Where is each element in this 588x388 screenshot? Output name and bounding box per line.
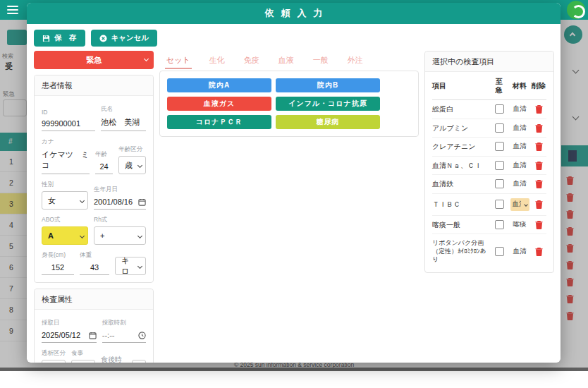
hamburger-icon[interactable]: [7, 6, 18, 14]
set-button[interactable]: コロナＰＣＲ: [167, 115, 271, 129]
patient-id-field[interactable]: ID 999900001: [42, 109, 95, 131]
postprandial-placeholder: 食後時間: [101, 351, 126, 363]
toolbar: 保 存 キャンセル: [27, 24, 561, 48]
patient-info-card: 患者情報 ID 999900001 氏名 池松 美湖: [34, 75, 154, 283]
urgency-select[interactable]: 緊急: [34, 51, 154, 69]
chevron-down-icon: [137, 264, 142, 269]
material-cell: 喀痰: [508, 220, 531, 229]
patient-age-field[interactable]: 年齢 24: [95, 150, 113, 174]
urgency-value: 緊急: [86, 55, 102, 66]
selected-item-row: 総蛋白血清: [432, 100, 546, 119]
weight-field[interactable]: 体重 43: [80, 251, 109, 275]
urgent-checkbox[interactable]: [495, 247, 504, 256]
selected-item-row: リポタンパク分画（定性）ｶｲﾛﾐｸﾛﾝあり血清: [432, 234, 546, 268]
field-label: 採取時刻: [102, 319, 146, 327]
select-value: 歳: [125, 160, 133, 171]
weight-unit-select[interactable]: キロ: [115, 257, 146, 275]
item-name: リポタンパク分画（定性）ｶｲﾛﾐｸﾛﾝあり: [432, 238, 490, 264]
urgent-checkbox[interactable]: [495, 142, 504, 151]
postprandial-field[interactable]: 食後時間: [101, 351, 126, 363]
set-button[interactable]: 院内B: [276, 78, 380, 92]
set-button-grid: 院内A院内B血液ガスインフル・コロナ抗原コロナＰＣＲ糖尿病: [167, 78, 411, 129]
abo-select[interactable]: A: [42, 226, 88, 245]
test-attributes-title: 検査属性: [35, 289, 153, 310]
field-label: 性別: [42, 181, 88, 189]
age-unit-select[interactable]: 歳: [118, 156, 146, 174]
sex-field: 性別 女: [42, 181, 88, 210]
cancel-button[interactable]: キャンセル: [91, 30, 158, 47]
field-value: イケマツ ミコ: [42, 148, 90, 174]
field-label: 体重: [80, 251, 109, 260]
clock-icon[interactable]: [138, 332, 146, 339]
tab-2[interactable]: 生化: [208, 55, 226, 69]
urgent-checkbox[interactable]: [495, 200, 504, 209]
column-remove: 削除: [531, 81, 546, 91]
sample-time-field[interactable]: 採取時刻 --:--: [102, 319, 146, 343]
trash-icon: [535, 161, 543, 170]
rh-select[interactable]: +: [94, 226, 146, 245]
delete-button[interactable]: [535, 247, 543, 256]
set-button[interactable]: 血液ガス: [167, 97, 271, 111]
urgent-checkbox[interactable]: [495, 104, 504, 114]
item-name: 血清Ｎａ、Ｃｌ: [432, 161, 490, 171]
patient-name-field[interactable]: 氏名 池松 美湖: [101, 105, 146, 131]
set-button[interactable]: 院内A: [167, 78, 271, 92]
tab-3[interactable]: 免疫: [243, 55, 261, 69]
field-value: 999900001: [42, 118, 95, 131]
urgent-checkbox[interactable]: [495, 123, 504, 133]
left-panel: 緊急 患者情報 ID 999900001 氏名 池松 美湖: [34, 51, 154, 363]
delete-button[interactable]: [535, 220, 543, 229]
delete-button[interactable]: [535, 104, 543, 114]
dialysis-select[interactable]: 指: [42, 360, 66, 363]
tab-6[interactable]: 外注: [346, 55, 365, 69]
calendar-icon[interactable]: [89, 332, 97, 339]
tab-5[interactable]: 一般: [312, 55, 330, 69]
selected-items-table: 項目 至急 材料 削除 総蛋白血清アルブミン血清クレアチニン血清血清Ｎａ、Ｃｌ血…: [425, 72, 553, 272]
selected-items-header: 項目 至急 材料 削除: [432, 72, 546, 100]
sample-date-field[interactable]: 採取日 2025/05/12: [42, 319, 97, 343]
set-button[interactable]: 糖尿病: [276, 115, 380, 129]
chevron-down-icon: [80, 234, 85, 238]
field-label: カナ: [42, 138, 90, 146]
field-value: 池松 美湖: [101, 116, 146, 131]
meal-select[interactable]: 指: [71, 360, 95, 363]
birth-date-field[interactable]: 生年月日 2001/08/16: [94, 186, 146, 210]
material-cell: 血清: [508, 104, 531, 114]
urgent-checkbox[interactable]: [495, 179, 504, 188]
save-button[interactable]: 保 存: [34, 30, 85, 47]
delete-button[interactable]: [535, 142, 543, 151]
dialysis-field: 透析区分 指: [42, 349, 66, 363]
set-button[interactable]: インフル・コロナ抗原: [276, 97, 380, 111]
item-name: クレアチニン: [432, 142, 490, 152]
sex-select[interactable]: 女: [42, 191, 88, 210]
urgent-checkbox[interactable]: [495, 161, 504, 170]
selected-item-row: ＴＩＢＣ血清: [432, 194, 546, 216]
material-select[interactable]: 血清: [510, 198, 529, 211]
select-value: 血清: [513, 200, 521, 209]
selected-items-title: 選択中の検査項目: [425, 51, 553, 72]
delete-button[interactable]: [535, 161, 543, 170]
tab-4[interactable]: 血液: [277, 55, 295, 69]
selected-item-row: 血清鉄血清: [432, 175, 546, 194]
calendar-icon[interactable]: [138, 198, 146, 206]
selected-item-row: クレアチニン血清: [432, 138, 546, 157]
delete-button[interactable]: [535, 123, 543, 133]
urgent-checkbox[interactable]: [495, 220, 504, 229]
postprandial-unit-select[interactable]: [132, 360, 146, 363]
test-attributes-card: 検査属性 採取日 2025/05/12 採取時刻: [34, 289, 154, 363]
material-cell: 血清: [508, 123, 531, 133]
chevron-down-icon: [137, 163, 142, 168]
patient-kana-field[interactable]: カナ イケマツ ミコ: [42, 138, 90, 174]
field-label: 食事: [71, 349, 95, 358]
trash-icon: [535, 220, 543, 229]
item-name: ＴＩＢＣ: [432, 200, 490, 210]
field-label: ID: [42, 109, 95, 116]
delete-button[interactable]: [535, 179, 543, 188]
meal-field: 食事 指: [71, 349, 95, 363]
delete-button[interactable]: [535, 200, 543, 209]
postprandial-unit-field: [132, 360, 146, 363]
item-name: アルブミン: [432, 123, 490, 133]
height-field[interactable]: 身長(cm) 152: [42, 251, 74, 275]
center-panel: セット生化免疫血液一般外注 院内A院内B血液ガスインフル・コロナ抗原コロナＰＣＲ…: [159, 51, 419, 137]
tab-1[interactable]: セット: [165, 55, 192, 69]
